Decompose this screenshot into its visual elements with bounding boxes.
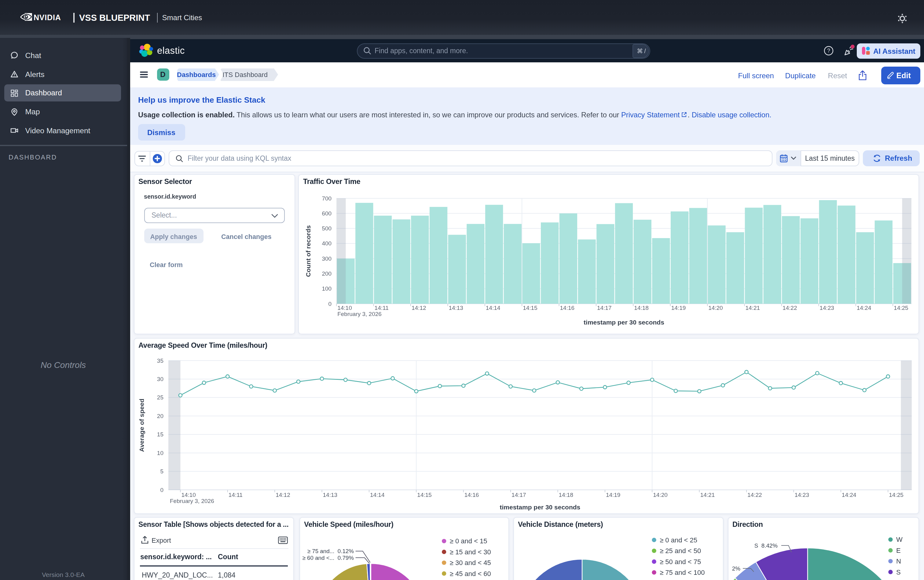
svg-text:?: ? <box>827 48 830 54</box>
svg-text:20: 20 <box>157 413 163 419</box>
svg-text:≥ 25 and < 50: ≥ 25 and < 50 <box>659 547 701 554</box>
svg-text:2%: 2% <box>732 565 740 572</box>
svg-text:200: 200 <box>322 270 331 277</box>
svg-text:14:22: 14:22 <box>782 305 797 311</box>
svg-text:14:24: 14:24 <box>857 305 871 311</box>
svg-text:timestamp per 30 seconds: timestamp per 30 seconds <box>499 504 580 511</box>
svg-text:14:19: 14:19 <box>671 305 686 311</box>
svg-text:14:15: 14:15 <box>523 305 537 311</box>
svg-text:≥ 45 and < 60: ≥ 45 and < 60 <box>450 570 491 577</box>
svg-text:14:19: 14:19 <box>606 492 620 498</box>
svg-text:14:17: 14:17 <box>511 492 526 498</box>
svg-text:14:13: 14:13 <box>448 305 463 311</box>
svg-text:14:20: 14:20 <box>653 492 667 498</box>
svg-text:14:15: 14:15 <box>417 492 432 498</box>
svg-text:W: W <box>896 536 902 543</box>
svg-text:14:23: 14:23 <box>820 305 834 311</box>
svg-text:300: 300 <box>322 255 331 262</box>
svg-text:14:10: 14:10 <box>337 305 352 311</box>
svg-text:14:12: 14:12 <box>412 305 426 311</box>
svg-text:14:21: 14:21 <box>746 305 760 311</box>
svg-text:25: 25 <box>157 394 163 400</box>
svg-text:14:13: 14:13 <box>323 492 337 498</box>
svg-text:14:18: 14:18 <box>558 492 573 498</box>
svg-text:700: 700 <box>322 195 331 202</box>
svg-text:14:23: 14:23 <box>794 492 809 498</box>
svg-text:≥ 15 and < 30: ≥ 15 and < 30 <box>450 548 491 555</box>
svg-text:14:17: 14:17 <box>597 305 612 311</box>
svg-text:35: 35 <box>157 358 163 364</box>
svg-text:Average of speed: Average of speed <box>138 399 145 451</box>
svg-text:Count of records: Count of records <box>305 225 312 277</box>
svg-text:≥ 0 and < 25: ≥ 0 and < 25 <box>659 536 697 544</box>
svg-text:≥ 75 and < 100: ≥ 75 and < 100 <box>659 568 704 576</box>
svg-text:14:11: 14:11 <box>375 305 389 311</box>
svg-text:14:25: 14:25 <box>889 492 903 498</box>
svg-text:14:21: 14:21 <box>700 492 715 498</box>
svg-text:14:14: 14:14 <box>370 492 384 498</box>
svg-text:14:18: 14:18 <box>634 305 649 311</box>
svg-text:≥ 30 and < 45: ≥ 30 and < 45 <box>450 559 491 566</box>
svg-text:100: 100 <box>322 285 331 292</box>
svg-text:≥ 75 and... 0.12%: ≥ 75 and... 0.12% <box>307 548 354 554</box>
svg-text:5: 5 <box>160 468 163 475</box>
svg-text:S: S <box>896 568 901 576</box>
svg-text:14:10: 14:10 <box>181 492 196 498</box>
svg-text:30: 30 <box>157 376 163 382</box>
svg-text:500: 500 <box>322 225 331 232</box>
svg-text:S 8.42%: S 8.42% <box>754 542 777 549</box>
svg-text:10: 10 <box>157 450 163 456</box>
svg-text:600: 600 <box>322 210 331 217</box>
svg-text:N: N <box>896 557 901 565</box>
svg-text:0: 0 <box>160 487 163 493</box>
svg-text:E: E <box>896 546 901 554</box>
svg-text:February 3, 2026: February 3, 2026 <box>337 311 382 317</box>
svg-text:400: 400 <box>322 240 331 247</box>
svg-text:14:16: 14:16 <box>560 305 575 311</box>
svg-text:14:16: 14:16 <box>464 492 479 498</box>
svg-text:14:20: 14:20 <box>708 305 723 311</box>
svg-text:≥ 0 and < 15: ≥ 0 and < 15 <box>450 537 487 545</box>
svg-text:14:12: 14:12 <box>275 492 290 498</box>
svg-text:14:22: 14:22 <box>747 492 762 498</box>
svg-text:February 3, 2026: February 3, 2026 <box>170 498 214 504</box>
svg-text:≥ 50 and < 75: ≥ 50 and < 75 <box>659 558 701 565</box>
svg-text:0: 0 <box>328 301 332 307</box>
svg-text:≥ 60 and <... 0.79%: ≥ 60 and <... 0.79% <box>302 554 354 561</box>
svg-text:14:11: 14:11 <box>228 492 242 498</box>
svg-text:timestamp per 30 seconds: timestamp per 30 seconds <box>584 319 664 326</box>
svg-text:14:14: 14:14 <box>486 305 501 311</box>
svg-text:14:24: 14:24 <box>842 492 856 498</box>
svg-text:14:25: 14:25 <box>894 305 908 311</box>
svg-text:15: 15 <box>157 431 163 438</box>
